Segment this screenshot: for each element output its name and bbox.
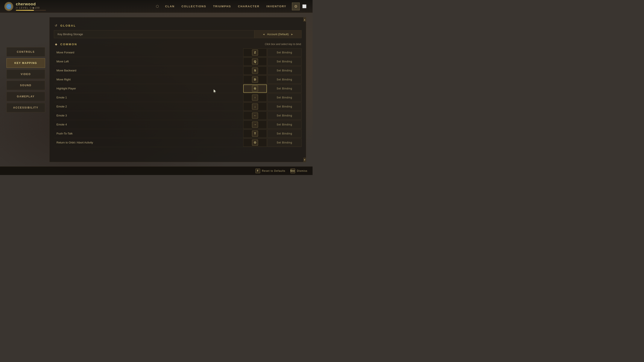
global-section-header: ↺ GLOBAL bbox=[50, 22, 306, 29]
nav-clan[interactable]: CLAN bbox=[162, 3, 178, 10]
key-display: S bbox=[252, 67, 258, 73]
reset-key-badge: F bbox=[256, 169, 260, 173]
storage-selector[interactable]: ◄ Account (Default) ► bbox=[254, 30, 302, 38]
key-input-highlight-player[interactable]: G bbox=[243, 84, 267, 93]
key-input-move-forward[interactable]: Z bbox=[243, 48, 267, 57]
sidebar: CONTROLS KEY MAPPING VIDEO SOUND GAMEPLA… bbox=[6, 17, 45, 162]
dismiss-action[interactable]: Esc Dismiss bbox=[290, 169, 308, 173]
nav-guardian-icon[interactable]: ⬡ bbox=[154, 2, 161, 10]
action-label: Emote 2 bbox=[54, 105, 243, 108]
reset-defaults-action[interactable]: F Reset to Defaults bbox=[256, 169, 285, 173]
nav-character[interactable]: CHARACTER bbox=[235, 3, 262, 10]
key-display: ↑ bbox=[252, 95, 258, 101]
key-display: T bbox=[252, 131, 258, 137]
key-input-emote-3[interactable]: ← bbox=[243, 111, 267, 120]
common-section-header: ◆ COMMON Click box and select key to bin… bbox=[50, 41, 306, 48]
bottom-bar: F Reset to Defaults Esc Dismiss bbox=[0, 166, 312, 175]
key-display: D bbox=[252, 76, 258, 82]
key-display: → bbox=[252, 122, 258, 128]
key-input-emote-4[interactable]: → bbox=[243, 120, 267, 129]
key-input-move-backward[interactable]: S bbox=[243, 66, 267, 75]
profile-icon[interactable]: ⬜ bbox=[300, 2, 308, 10]
key-input-return-orbit[interactable]: O bbox=[243, 139, 267, 147]
key-display: ← bbox=[252, 113, 258, 119]
action-label: Highlight Player bbox=[54, 87, 243, 90]
action-label: Push-To-Talk bbox=[54, 132, 243, 135]
action-label: Move Right bbox=[54, 78, 243, 81]
settings-button[interactable]: ⚙ bbox=[292, 2, 300, 10]
action-label: Move Left bbox=[54, 60, 243, 63]
dismiss-label: Dismiss bbox=[297, 169, 308, 172]
set-binding-btn-move-right[interactable]: Set Binding bbox=[267, 75, 302, 84]
binding-row-move-left: Move Left Q Set Binding bbox=[54, 57, 302, 66]
key-input-move-left[interactable]: Q bbox=[243, 57, 267, 66]
panel-scroll-area[interactable]: ↺ GLOBAL Key Binding Storage ◄ Account (… bbox=[50, 17, 306, 162]
key-input-push-to-talk[interactable]: T bbox=[243, 129, 267, 138]
set-binding-btn-move-left[interactable]: Set Binding bbox=[267, 57, 302, 66]
set-binding-btn-move-forward[interactable]: Set Binding bbox=[267, 48, 302, 57]
set-binding-btn-return-orbit[interactable]: Set Binding bbox=[267, 139, 302, 147]
user-info: cherwood // LEVEL 1/◆100 bbox=[16, 2, 46, 11]
action-label: Emote 3 bbox=[54, 114, 243, 117]
sidebar-item-key-mapping[interactable]: KEY MAPPING bbox=[6, 58, 45, 68]
logo-icon: 🌀 bbox=[6, 4, 12, 9]
sidebar-item-sound[interactable]: SOUND bbox=[6, 81, 45, 90]
binding-row-emote-2: Emote 2 ↓ Set Binding bbox=[54, 102, 302, 111]
storage-label: Key Binding Storage bbox=[54, 30, 254, 38]
set-binding-btn-highlight-player[interactable]: Set Binding bbox=[267, 84, 302, 93]
action-label: Emote 4 bbox=[54, 123, 243, 126]
sidebar-item-controls[interactable]: CONTROLS bbox=[6, 47, 45, 57]
set-binding-btn-emote-3[interactable]: Set Binding bbox=[267, 111, 302, 120]
binding-row-move-right: Move Right D Set Binding bbox=[54, 75, 302, 84]
key-input-move-right[interactable]: D bbox=[243, 75, 267, 84]
storage-arrow-right[interactable]: ► bbox=[291, 33, 294, 36]
nav-links: ⬡ CLAN COLLECTIONS TRIUMPHS CHARACTER IN… bbox=[154, 2, 308, 10]
sidebar-item-gameplay[interactable]: GAMEPLAY bbox=[6, 92, 45, 101]
key-display: ↓ bbox=[252, 104, 258, 110]
common-hint: Click box and select key to bind. bbox=[265, 43, 302, 46]
set-binding-btn-push-to-talk[interactable]: Set Binding bbox=[267, 129, 302, 138]
storage-arrow-left[interactable]: ◄ bbox=[262, 33, 265, 36]
key-input-emote-2[interactable]: ↓ bbox=[243, 102, 267, 111]
binding-row-emote-3: Emote 3 ← Set Binding bbox=[54, 111, 302, 120]
reset-label: Reset to Defaults bbox=[262, 169, 285, 172]
set-binding-btn-emote-4[interactable]: Set Binding bbox=[267, 120, 302, 129]
key-input-emote-1[interactable]: ↑ bbox=[243, 93, 267, 102]
sidebar-item-video[interactable]: VIDEO bbox=[6, 69, 45, 79]
storage-row: Key Binding Storage ◄ Account (Default) … bbox=[54, 30, 302, 38]
binding-row-highlight-player: Highlight Player G Set Binding bbox=[54, 84, 302, 93]
set-binding-btn-emote-1[interactable]: Set Binding bbox=[267, 93, 302, 102]
main-panel: ▲ ▼ ↺ GLOBAL Key Binding Storage ◄ Accou… bbox=[49, 17, 306, 162]
xp-fill bbox=[16, 10, 34, 11]
binding-row-emote-1: Emote 1 ↑ Set Binding bbox=[54, 93, 302, 102]
global-title: GLOBAL bbox=[60, 24, 76, 27]
binding-row-push-to-talk: Push-To-Talk T Set Binding bbox=[54, 129, 302, 138]
key-display: O bbox=[252, 140, 258, 146]
nav-triumphs[interactable]: TRIUMPHS bbox=[210, 3, 234, 10]
binding-row-emote-4: Emote 4 → Set Binding bbox=[54, 120, 302, 129]
top-nav: 🌀 cherwood // LEVEL 1/◆100 ⬡ CLAN COLLEC… bbox=[0, 0, 312, 13]
action-label: Return to Orbit / Abort Activity bbox=[54, 141, 243, 144]
set-binding-btn-move-backward[interactable]: Set Binding bbox=[267, 66, 302, 75]
storage-value: Account (Default) bbox=[267, 32, 288, 36]
binding-row-move-forward: Move Forward Z Set Binding bbox=[54, 48, 302, 57]
global-icon: ↺ bbox=[54, 23, 58, 28]
sidebar-item-accessibility[interactable]: ACCESSIBILITY bbox=[6, 103, 45, 112]
action-label: Emote 1 bbox=[54, 96, 243, 99]
common-title: COMMON bbox=[60, 43, 77, 46]
content-area: CONTROLS KEY MAPPING VIDEO SOUND GAMEPLA… bbox=[0, 13, 312, 166]
logo-area: 🌀 cherwood // LEVEL 1/◆100 bbox=[4, 2, 46, 11]
app-logo: 🌀 bbox=[4, 2, 13, 11]
binding-row-move-backward: Move Backward S Set Binding bbox=[54, 66, 302, 75]
xp-bar bbox=[16, 10, 46, 11]
key-display: Z bbox=[252, 49, 258, 55]
nav-collections[interactable]: COLLECTIONS bbox=[178, 3, 209, 10]
common-icon: ◆ bbox=[54, 42, 58, 46]
key-display: Q bbox=[252, 58, 258, 64]
set-binding-btn-emote-2[interactable]: Set Binding bbox=[267, 102, 302, 111]
username: cherwood bbox=[16, 2, 46, 6]
action-label: Move Backward bbox=[54, 69, 243, 72]
key-display: G bbox=[252, 86, 258, 92]
dismiss-key-badge: Esc bbox=[290, 169, 295, 173]
nav-inventory[interactable]: INVENTORY bbox=[264, 3, 289, 10]
